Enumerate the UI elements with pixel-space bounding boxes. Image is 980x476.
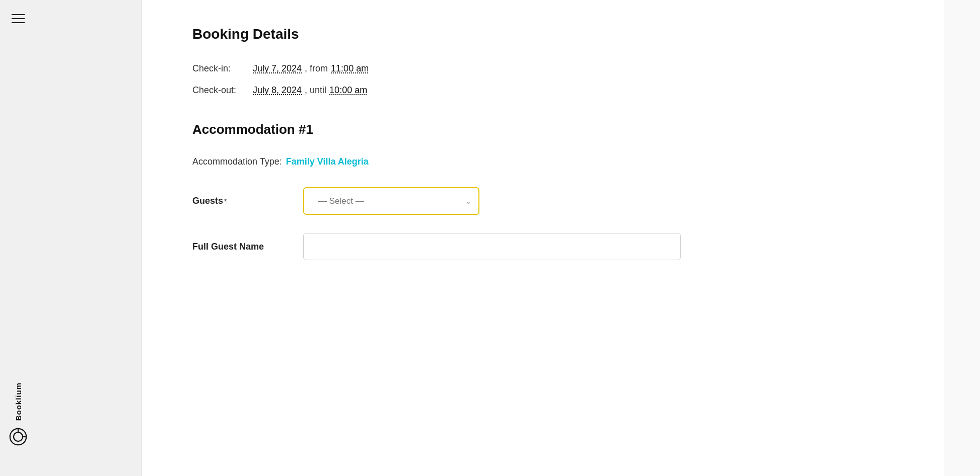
full-guest-name-form-row: Full Guest Name xyxy=(192,233,903,260)
accommodation-type-label: Accommodation Type: xyxy=(192,156,282,167)
checkout-separator: , until xyxy=(305,85,326,96)
checkout-label: Check-out: xyxy=(192,85,253,96)
main-content: Booking Details Check-in: July 7, 2024 ,… xyxy=(142,0,944,476)
accommodation-type-value: Family Villa Alegria xyxy=(286,156,369,167)
hamburger-line-2 xyxy=(12,18,25,19)
hamburger-menu-button[interactable] xyxy=(12,14,25,23)
guests-select-wrapper: — Select — 1 2 3 4 5 ⌄ xyxy=(303,187,479,215)
page-title: Booking Details xyxy=(192,26,903,42)
hamburger-line-1 xyxy=(12,14,25,15)
checkout-row: Check-out: July 8, 2024 , until 10:00 am xyxy=(192,85,903,96)
sidebar-narrow: Booklium xyxy=(0,0,36,476)
checkin-date: July 7, 2024 xyxy=(253,63,302,74)
accommodation-title: Accommodation #1 xyxy=(192,122,903,137)
brand-logo-icon xyxy=(9,428,27,446)
checkin-label: Check-in: xyxy=(192,63,253,74)
sidebar-right xyxy=(944,0,980,476)
svg-point-1 xyxy=(14,432,23,441)
brand-container: Booklium xyxy=(9,382,27,446)
checkin-separator: , from xyxy=(305,63,328,74)
accommodation-type-row: Accommodation Type: Family Villa Alegria xyxy=(192,156,903,167)
guests-required-star: * xyxy=(224,197,227,205)
full-guest-name-input[interactable] xyxy=(303,233,681,260)
guests-label: Guests* xyxy=(192,196,303,206)
checkin-time: 11:00 am xyxy=(331,63,369,74)
guests-form-row: Guests* — Select — 1 2 3 4 5 ⌄ xyxy=(192,187,903,215)
full-guest-name-label: Full Guest Name xyxy=(192,242,303,252)
booking-details-section: Check-in: July 7, 2024 , from 11:00 am C… xyxy=(192,63,903,96)
hamburger-line-3 xyxy=(12,22,25,23)
checkout-time: 10:00 am xyxy=(329,85,367,96)
checkin-row: Check-in: July 7, 2024 , from 11:00 am xyxy=(192,63,903,74)
brand-name-text: Booklium xyxy=(14,382,23,421)
guests-select[interactable]: — Select — 1 2 3 4 5 xyxy=(303,187,479,215)
sidebar-main xyxy=(36,0,142,476)
accommodation-section: Accommodation #1 Accommodation Type: Fam… xyxy=(192,122,903,260)
checkout-date: July 8, 2024 xyxy=(253,85,302,96)
